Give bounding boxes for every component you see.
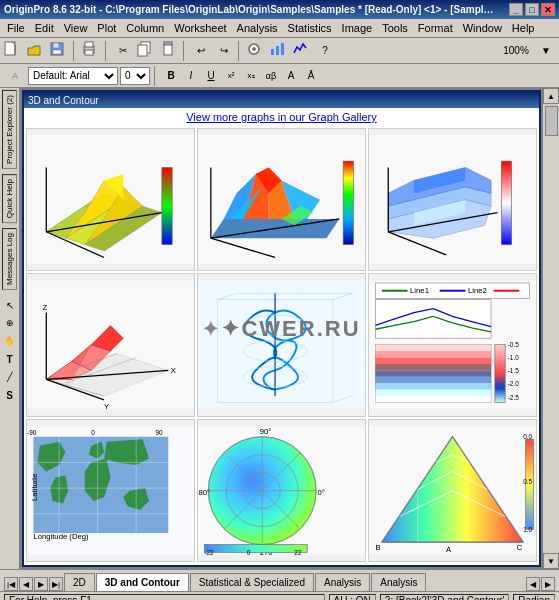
graph-cell-9[interactable]: 0.0 0.5 1.0 A B C [368,419,537,562]
help-button[interactable]: ? [314,40,336,62]
zoom-in-button[interactable] [245,40,267,62]
tool-zoom[interactable]: ⊕ [2,315,18,331]
scroll-thumb[interactable] [545,106,558,136]
tab-statistical[interactable]: Statistical & Specialized [190,573,314,591]
tab-3d-contour[interactable]: 3D and Contour [96,573,189,591]
tab-nav-last[interactable]: ▶| [49,577,63,591]
graph-gallery-link[interactable]: View more graphs in our Graph Gallery [24,108,539,126]
undo-button[interactable]: ↩ [190,40,212,62]
svg-text:-90: -90 [27,429,37,436]
sidebar-messages-log[interactable]: Messages Log [2,228,17,290]
svg-text:Line2: Line2 [468,287,487,296]
toolbar-separator-1 [73,41,77,61]
menu-plot[interactable]: Plot [92,21,121,35]
svg-text:0.5: 0.5 [523,478,532,485]
vertical-scrollbar[interactable]: ▲ ▼ [542,88,559,569]
svg-rect-10 [164,42,172,45]
main-area: Project Explorer (2) Quick Help Messages… [0,88,559,569]
tool-text[interactable]: T [2,351,18,367]
menu-file[interactable]: File [2,21,30,35]
minimize-button[interactable]: _ [509,3,523,16]
svg-rect-6 [85,50,93,55]
svg-rect-96 [375,390,491,396]
svg-text:0.0: 0.0 [523,433,532,440]
cut-button[interactable]: ✂ [112,40,134,62]
graph-cell-7[interactable]: Longitude (Deg) Latitude -90 0 90 [26,419,195,562]
menu-edit[interactable]: Edit [30,21,59,35]
svg-text:-2.5: -2.5 [508,394,519,401]
graph-cell-5[interactable] [197,273,366,416]
svg-text:-0.5: -0.5 [508,342,519,349]
tab-scroll-left[interactable]: ◀ [526,577,540,591]
maximize-button[interactable]: □ [525,3,539,16]
font-size-select[interactable]: 0 [120,67,150,85]
tab-scroll-right[interactable]: ▶ [541,577,555,591]
bold-button[interactable]: B [162,67,180,85]
graph-icon[interactable] [268,40,290,62]
graph-cell-2[interactable] [197,128,366,271]
tab-2d[interactable]: 2D [64,573,95,591]
tool-draw-line[interactable]: ╱ [2,369,18,385]
status-au: AU : ON [329,594,376,601]
svg-text:0: 0 [247,549,251,556]
graph-cell-8[interactable]: 90° 0° 270° 180° -22 0 22 [197,419,366,562]
svg-rect-8 [138,45,147,56]
menu-help[interactable]: Help [507,21,540,35]
open-button[interactable] [25,40,47,62]
menu-format[interactable]: Format [413,21,458,35]
italic-button[interactable]: I [182,67,200,85]
greek-button[interactable]: αβ [262,67,280,85]
svg-text:-1.0: -1.0 [508,354,519,361]
tool-s[interactable]: S [2,387,18,403]
svg-text:X: X [171,366,176,375]
graph-cell-4[interactable]: Z X Y [26,273,195,416]
graph-cell-6[interactable]: Line1 Line2 [368,273,537,416]
scroll-down-button[interactable]: ▼ [543,553,559,569]
menu-column[interactable]: Column [121,21,169,35]
tab-nav-next[interactable]: ▶ [34,577,48,591]
graph-window: 3D and Contour View more graphs in our G… [22,90,541,567]
svg-rect-54 [501,161,511,245]
graph-cell-3[interactable] [368,128,537,271]
tool-pan[interactable]: ✋ [2,333,18,349]
graphs-grid: Z X Y [24,126,539,564]
statistics-icon[interactable] [291,40,313,62]
svg-rect-98 [495,345,505,403]
save-button[interactable] [48,40,70,62]
font-color-button[interactable]: A [282,67,300,85]
menu-view[interactable]: View [59,21,93,35]
print-button[interactable] [80,40,102,62]
paste-button[interactable] [158,40,180,62]
sidebar-project-explorer[interactable]: Project Explorer (2) [2,90,17,169]
tab-analysis-2[interactable]: Analysis [371,573,426,591]
svg-text:180°: 180° [198,487,210,496]
svg-text:1.0: 1.0 [523,525,532,532]
graph-cell-1[interactable] [26,128,195,271]
menu-window[interactable]: Window [458,21,507,35]
menu-statistics[interactable]: Statistics [283,21,337,35]
status-help: For Help, press F1 [4,594,325,601]
redo-button[interactable]: ↪ [213,40,235,62]
tab-nav-prev[interactable]: ◀ [19,577,33,591]
copy-button[interactable] [135,40,157,62]
superscript-button[interactable]: x² [222,67,240,85]
tab-analysis-1[interactable]: Analysis [315,573,370,591]
subscript-button[interactable]: x₂ [242,67,260,85]
tool-pointer[interactable]: ↖ [2,297,18,313]
sidebar-quick-help[interactable]: Quick Help [2,174,17,223]
underline-button[interactable]: U [202,67,220,85]
scroll-up-button[interactable]: ▲ [543,88,559,104]
menu-analysis[interactable]: Analysis [232,21,283,35]
zoom-dropdown[interactable]: ▼ [535,40,557,62]
tab-nav-first[interactable]: |◀ [4,577,18,591]
alignment-button[interactable]: Ā [302,67,320,85]
svg-rect-90 [375,351,491,357]
menu-tools[interactable]: Tools [377,21,413,35]
font-name-select[interactable]: Default: Arial [28,67,118,85]
menu-image[interactable]: Image [337,21,378,35]
zoom-percent[interactable]: 100% [498,40,534,62]
svg-text:Y: Y [104,402,109,411]
new-button[interactable] [2,40,24,62]
menu-worksheet[interactable]: Worksheet [169,21,231,35]
close-button[interactable]: ✕ [541,3,555,16]
